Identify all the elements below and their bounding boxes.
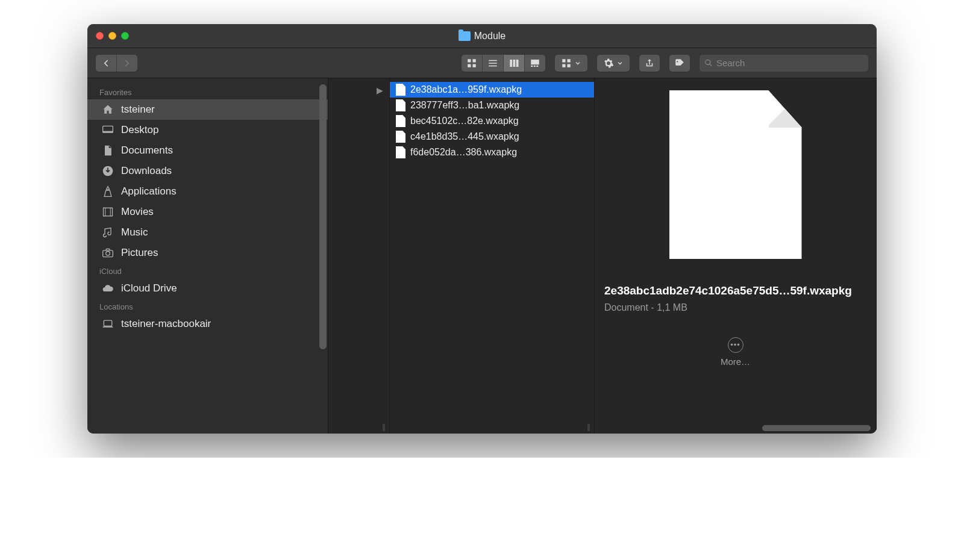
file-name: 2e38abc1a…959f.wxapkg xyxy=(410,84,522,95)
sidebar-item-documents[interactable]: Documents xyxy=(87,140,328,161)
window-title: Module xyxy=(459,31,505,42)
file-name: c4e1b8d35…445.wxapkg xyxy=(410,131,519,142)
svg-rect-9 xyxy=(516,60,519,67)
sidebar-item-label: Movies xyxy=(121,206,154,218)
traffic-lights xyxy=(96,32,129,40)
forward-button[interactable] xyxy=(117,55,137,72)
view-switcher xyxy=(462,55,545,72)
svg-rect-0 xyxy=(468,59,471,62)
sidebar-item-label: Downloads xyxy=(121,165,172,177)
film-icon xyxy=(101,206,115,218)
action-group xyxy=(597,55,630,72)
file-name: f6de052da…386.wxapkg xyxy=(410,147,517,158)
sidebar-item-applications[interactable]: Applications xyxy=(87,181,328,202)
svg-rect-21 xyxy=(104,208,113,216)
preview-filename: 2e38abc1adb2e74c1026a5e75d5…59f.wxapkg xyxy=(604,283,866,299)
sidebar-section-label: Locations xyxy=(87,299,328,314)
sidebar-item-tsteiner[interactable]: tsteiner xyxy=(87,99,328,120)
chevron-right-icon xyxy=(122,58,133,69)
cloud-icon xyxy=(101,282,115,294)
file-row[interactable]: 2e38abc1a…959f.wxapkg xyxy=(390,82,594,98)
download-icon xyxy=(101,165,115,177)
arrange-button[interactable] xyxy=(555,55,587,72)
svg-rect-3 xyxy=(473,64,476,67)
svg-rect-16 xyxy=(562,64,565,67)
sidebar-item-downloads[interactable]: Downloads xyxy=(87,161,328,181)
svg-rect-8 xyxy=(513,60,516,67)
tags-group xyxy=(669,55,690,72)
svg-point-25 xyxy=(106,252,110,256)
tags-button[interactable] xyxy=(669,55,690,72)
documents-icon xyxy=(101,145,115,157)
horizontal-scrollbar[interactable] xyxy=(762,425,871,431)
svg-rect-19 xyxy=(103,131,113,133)
document-icon xyxy=(396,115,405,127)
view-gallery-button[interactable] xyxy=(525,55,545,72)
sidebar-section-label: iCloud xyxy=(87,263,328,278)
share-group xyxy=(639,55,660,72)
view-columns-button[interactable] xyxy=(504,55,525,72)
share-button[interactable] xyxy=(639,55,660,72)
file-row[interactable]: bec45102c…82e.wxapkg xyxy=(390,113,594,129)
preview-metadata: Document - 1,1 MB xyxy=(604,302,866,313)
back-button[interactable] xyxy=(96,55,117,72)
gear-icon xyxy=(603,58,614,69)
view-icons-button[interactable] xyxy=(462,55,483,72)
svg-rect-27 xyxy=(103,326,113,328)
svg-rect-22 xyxy=(104,208,105,216)
svg-rect-4 xyxy=(489,60,497,61)
search-field[interactable] xyxy=(700,55,868,72)
list-icon xyxy=(487,58,498,69)
house-icon xyxy=(101,104,115,116)
sidebar-scrollbar[interactable] xyxy=(319,84,327,349)
close-button[interactable] xyxy=(96,32,104,40)
sidebar-item-label: Documents xyxy=(121,145,173,157)
camera-icon xyxy=(101,247,115,259)
column-resize-handle[interactable]: ‖ xyxy=(382,423,387,431)
nav-buttons xyxy=(96,55,137,72)
search-input[interactable] xyxy=(716,58,863,68)
file-column: 2e38abc1a…959f.wxapkg238777eff3…ba1.wxap… xyxy=(390,78,595,434)
sidebar-item-desktop[interactable]: Desktop xyxy=(87,120,328,140)
document-icon xyxy=(396,99,405,111)
window-body: FavoriteststeinerDesktopDocumentsDownloa… xyxy=(87,78,877,434)
svg-rect-2 xyxy=(468,64,471,67)
sidebar-item-pictures[interactable]: Pictures xyxy=(87,243,328,263)
more-button[interactable]: ••• More… xyxy=(721,337,750,367)
gallery-icon xyxy=(530,58,540,69)
file-row[interactable]: c4e1b8d35…445.wxapkg xyxy=(390,129,594,145)
svg-rect-14 xyxy=(562,59,565,62)
grid-icon xyxy=(466,58,477,69)
sidebar-item-tsteiner-macbookair[interactable]: tsteiner-macbookair xyxy=(87,314,328,334)
desktop-icon xyxy=(101,124,115,136)
sidebar-item-music[interactable]: Music xyxy=(87,222,328,243)
file-name: bec45102c…82e.wxapkg xyxy=(410,116,519,126)
column-browser: ▶ ‖ 2e38abc1a…959f.wxapkg238777eff3…ba1.… xyxy=(328,78,877,434)
search-icon xyxy=(704,58,713,67)
view-list-button[interactable] xyxy=(483,55,504,72)
sidebar-section-label: Favorites xyxy=(87,84,328,99)
music-icon xyxy=(101,226,115,238)
laptop-icon xyxy=(101,318,115,330)
parent-column[interactable]: ▶ ‖ xyxy=(328,78,390,434)
column-resize-handle[interactable]: ‖ xyxy=(587,423,592,431)
sidebar-item-icloud-drive[interactable]: iCloud Drive xyxy=(87,278,328,299)
svg-rect-13 xyxy=(536,65,538,66)
sidebar-item-movies[interactable]: Movies xyxy=(87,202,328,222)
share-icon xyxy=(644,58,655,69)
document-icon xyxy=(396,131,405,143)
sidebar-item-label: tsteiner-macbookair xyxy=(121,318,211,330)
maximize-button[interactable] xyxy=(121,32,129,40)
file-row[interactable]: 238777eff3…ba1.wxapkg xyxy=(390,98,594,113)
svg-rect-11 xyxy=(531,65,533,66)
svg-rect-1 xyxy=(473,59,476,62)
chevron-down-icon xyxy=(574,58,581,69)
file-row[interactable]: f6de052da…386.wxapkg xyxy=(390,145,594,160)
tag-icon xyxy=(674,58,685,69)
document-icon xyxy=(396,146,405,158)
action-button[interactable] xyxy=(597,55,630,72)
minimize-button[interactable] xyxy=(108,32,116,40)
grid-icon xyxy=(561,58,572,69)
file-name: 238777eff3…ba1.wxapkg xyxy=(410,100,519,111)
svg-rect-6 xyxy=(489,65,497,66)
